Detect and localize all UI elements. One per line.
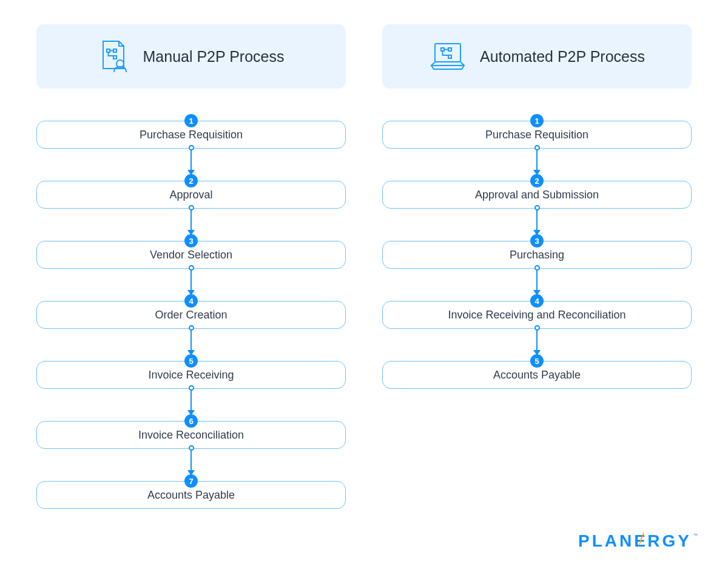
step-number-badge: 3 bbox=[184, 234, 198, 247]
step-label: Purchase Requisition bbox=[140, 129, 243, 141]
steps-automated: 1 Purchase Requisition 2 Approval and Su… bbox=[382, 114, 692, 389]
step-label: Purchase Requisition bbox=[485, 129, 588, 141]
svg-rect-5 bbox=[441, 48, 444, 51]
header-title-automated: Automated P2P Process bbox=[480, 48, 645, 66]
step-number-badge: 4 bbox=[530, 294, 544, 308]
connector-arrow bbox=[533, 149, 541, 174]
step-number-badge: 6 bbox=[184, 414, 198, 428]
connector-arrow bbox=[533, 269, 541, 294]
step: 1 Purchase Requisition bbox=[382, 114, 692, 149]
step: 3 Purchasing bbox=[382, 234, 692, 269]
step: 2 Approval and Submission bbox=[382, 174, 692, 209]
step-number-badge: 1 bbox=[184, 114, 198, 127]
step-number-badge: 3 bbox=[530, 234, 544, 247]
svg-rect-1 bbox=[113, 49, 116, 52]
step: 3 Vendor Selection bbox=[36, 234, 346, 269]
step-number-badge: 7 bbox=[184, 474, 198, 488]
brand-name: PLANERGY bbox=[578, 531, 692, 551]
column-automated: Automated P2P Process 1 Purchase Requisi… bbox=[382, 24, 692, 509]
step: 4 Order Creation bbox=[36, 294, 346, 329]
bolt-icon: E bbox=[634, 531, 647, 551]
step-number-badge: 1 bbox=[530, 114, 544, 127]
connector-arrow bbox=[187, 389, 195, 414]
connector-arrow bbox=[533, 209, 541, 234]
step-number-badge: 5 bbox=[530, 354, 544, 368]
diagram-columns: Manual P2P Process 1 Purchase Requisitio… bbox=[36, 24, 692, 509]
step-label: Invoice Receiving and Reconciliation bbox=[448, 309, 625, 322]
svg-rect-2 bbox=[113, 56, 116, 59]
steps-manual: 1 Purchase Requisition 2 Approval 3 Vend… bbox=[36, 114, 346, 509]
step: 5 Accounts Payable bbox=[382, 354, 692, 389]
step: 2 Approval bbox=[36, 174, 346, 209]
svg-rect-6 bbox=[448, 48, 451, 51]
svg-rect-0 bbox=[107, 49, 110, 52]
connector-arrow bbox=[533, 329, 541, 354]
column-manual: Manual P2P Process 1 Purchase Requisitio… bbox=[36, 24, 346, 509]
step-number-badge: 2 bbox=[530, 174, 544, 187]
connector-arrow bbox=[187, 149, 195, 174]
step: 7 Accounts Payable bbox=[36, 474, 346, 509]
connector-arrow bbox=[187, 269, 195, 294]
step: 5 Invoice Receiving bbox=[36, 354, 346, 389]
connector-arrow bbox=[187, 449, 195, 474]
document-user-icon bbox=[98, 39, 130, 73]
step-number-badge: 2 bbox=[184, 174, 198, 187]
step-label: Approval bbox=[169, 189, 212, 201]
step-label: Invoice Reconciliation bbox=[138, 429, 244, 442]
step-label: Invoice Receiving bbox=[148, 369, 234, 382]
step-label: Approval and Submission bbox=[475, 189, 599, 201]
laptop-process-icon bbox=[429, 41, 467, 72]
connector-arrow bbox=[187, 329, 195, 354]
step-label: Order Creation bbox=[155, 309, 227, 322]
step-number-badge: 4 bbox=[184, 294, 198, 308]
step-label: Accounts Payable bbox=[493, 369, 581, 382]
step: 4 Invoice Receiving and Reconciliation bbox=[382, 294, 692, 329]
connector-arrow bbox=[187, 209, 195, 234]
step: 6 Invoice Reconciliation bbox=[36, 414, 346, 449]
header-automated: Automated P2P Process bbox=[382, 24, 692, 89]
step-label: Accounts Payable bbox=[147, 489, 235, 502]
svg-rect-4 bbox=[435, 44, 460, 62]
step-label: Vendor Selection bbox=[150, 249, 232, 261]
header-manual: Manual P2P Process bbox=[36, 24, 346, 89]
svg-rect-7 bbox=[448, 55, 451, 58]
step-number-badge: 5 bbox=[184, 354, 198, 368]
step: 1 Purchase Requisition bbox=[36, 114, 346, 149]
brand-logo: PLANERGY ™ bbox=[578, 531, 698, 551]
brand-tm: ™ bbox=[693, 533, 698, 538]
header-title-manual: Manual P2P Process bbox=[143, 48, 285, 66]
step-label: Purchasing bbox=[510, 249, 564, 261]
